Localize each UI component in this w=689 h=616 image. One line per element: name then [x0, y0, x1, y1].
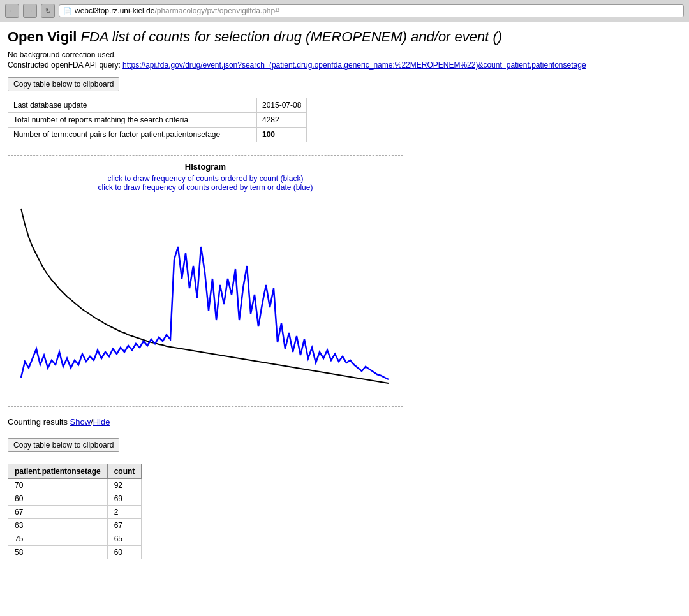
page-title: Open Vigil FDA list of counts for select…	[8, 29, 681, 45]
histogram-link-black[interactable]: click to draw frequency of counts ordere…	[15, 174, 396, 183]
forward-button[interactable]: →	[23, 4, 37, 18]
browser-chrome: ← → ↻ 📄 webcl3top.rz.uni-kiel.de/pharmac…	[0, 0, 689, 22]
info-line2: Constructed openFDA API query: https://a…	[8, 61, 681, 70]
table-cell: 70	[8, 479, 108, 492]
table-cell: 67	[107, 519, 142, 532]
address-bar-container: 📄 webcl3top.rz.uni-kiel.de/pharmacology/…	[59, 4, 684, 17]
table-cell: 67	[8, 506, 108, 519]
summary-label: Number of term:count pairs for factor pa…	[8, 128, 257, 142]
address-domain: webcl3top.rz.uni-kiel.de	[75, 6, 154, 15]
table-cell: 63	[8, 519, 108, 532]
table-cell: 58	[8, 546, 108, 559]
summary-label: Total number of reports matching the sea…	[8, 113, 257, 128]
summary-table: Last database update2015-07-08Total numb…	[8, 98, 307, 142]
table-cell: 65	[107, 532, 142, 546]
refresh-button[interactable]: ↻	[41, 4, 55, 18]
histogram-svg	[15, 196, 391, 393]
copy-table-button-bottom[interactable]: Copy table below to clipboard	[8, 438, 119, 452]
summary-value: 2015-07-08	[257, 98, 307, 113]
copy-table-button-top[interactable]: Copy table below to clipboard	[8, 77, 119, 91]
table-cell: 2	[107, 506, 142, 519]
page-content: Open Vigil FDA list of counts for select…	[0, 22, 689, 566]
histogram-links: click to draw frequency of counts ordere…	[15, 174, 396, 192]
info-line1: No background correction used.	[8, 50, 681, 59]
counting-results-label: Counting results Show/Hide	[8, 417, 681, 427]
data-table: patient.patientonsetage count 7092606967…	[8, 464, 142, 559]
chart-area	[15, 196, 396, 400]
back-button[interactable]: ←	[5, 4, 19, 18]
table-cell: 69	[107, 492, 142, 506]
page-icon: 📄	[63, 7, 72, 15]
histogram-title: Histogram	[15, 162, 396, 172]
api-url-link[interactable]: https://api.fda.gov/drug/event.json?sear…	[122, 61, 586, 70]
table-cell: 92	[107, 479, 142, 492]
summary-value: 4282	[257, 113, 307, 128]
hide-link[interactable]: Hide	[93, 417, 110, 427]
summary-label: Last database update	[8, 98, 257, 113]
show-link[interactable]: Show	[70, 417, 91, 427]
col-header-term: patient.patientonsetage	[8, 464, 108, 479]
histogram-container: Histogram click to draw frequency of cou…	[8, 155, 403, 407]
table-cell: 60	[107, 546, 142, 559]
table-cell: 60	[8, 492, 108, 506]
address-path: /pharmacology/pvt/openvigilfda.php#	[154, 6, 279, 15]
address-bar[interactable]: webcl3top.rz.uni-kiel.de/pharmacology/pv…	[75, 6, 679, 15]
histogram-link-blue[interactable]: click to draw frequency of counts ordere…	[15, 183, 396, 192]
summary-value: 100	[257, 128, 307, 142]
table-cell: 75	[8, 532, 108, 546]
col-header-count: count	[107, 464, 142, 479]
